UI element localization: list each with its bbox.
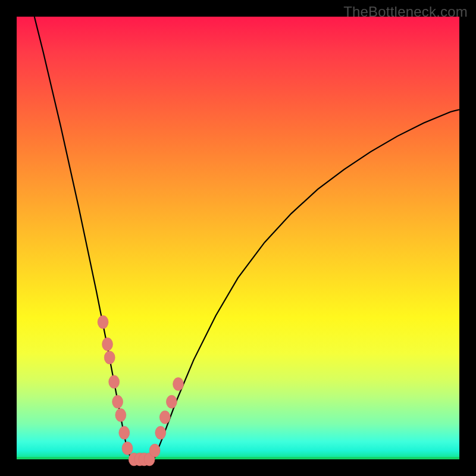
data-marker bbox=[104, 351, 115, 364]
data-marker bbox=[173, 378, 184, 391]
data-marker bbox=[109, 375, 120, 389]
data-marker bbox=[115, 409, 126, 422]
watermark-text: TheBottleneck.com bbox=[343, 4, 468, 20]
data-marker bbox=[122, 441, 133, 455]
curve-segment bbox=[154, 109, 459, 459]
data-marker bbox=[119, 426, 130, 439]
data-marker bbox=[159, 411, 170, 424]
data-marker bbox=[166, 395, 177, 408]
plot-area bbox=[17, 17, 459, 459]
data-marker bbox=[155, 426, 166, 439]
data-marker bbox=[102, 338, 113, 351]
marker-group bbox=[98, 315, 183, 466]
curve-segment bbox=[35, 17, 132, 459]
chart-frame: TheBottleneck.com bbox=[0, 0, 476, 476]
curve-left-arm bbox=[35, 17, 132, 459]
curve-layer bbox=[17, 17, 459, 459]
data-marker bbox=[98, 315, 108, 328]
data-marker bbox=[112, 395, 123, 408]
data-marker bbox=[149, 444, 160, 457]
curve-right-arm bbox=[154, 109, 459, 459]
